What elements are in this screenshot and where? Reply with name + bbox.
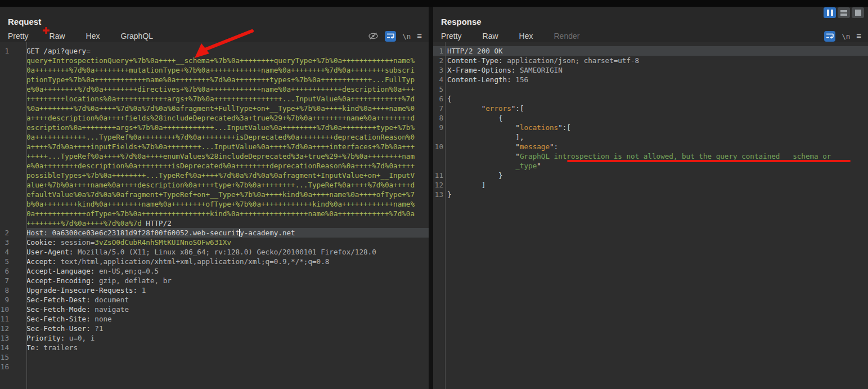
layout-columns-button[interactable] [824, 7, 836, 18]
response-panel: Response PrettyRawHexRender \n ≡ 1HTTP/2… [433, 7, 868, 389]
response-line-11: 11 } [433, 171, 868, 180]
request-line-11: 11Sec-Fetch-Site: none [0, 314, 429, 324]
tab-pretty[interactable]: Pretty [435, 30, 467, 42]
request-line-5: 5Accept: text/html,application/xhtml+xml… [0, 257, 429, 266]
response-toolbar: \n ≡ [824, 31, 868, 42]
request-line-10: 10Sec-Fetch-Mode: navigate [0, 305, 429, 314]
response-tabs: PrettyRawHexRender \n ≡ [433, 30, 868, 42]
word-wrap-icon[interactable] [385, 31, 396, 42]
response-line-2: 2Content-Type: application/json; charset… [433, 56, 868, 65]
response-line-3: 3X-Frame-Options: SAMEORIGIN [433, 65, 868, 75]
request-line-15: 15 [0, 352, 429, 362]
response-editor[interactable]: 1HTTP/2 200 OK2Content-Type: application… [433, 42, 868, 389]
response-line-8: 8 { [433, 113, 868, 123]
menu-icon[interactable]: ≡ [856, 33, 861, 39]
response-line-6: 6{ [433, 94, 868, 104]
request-editor[interactable]: 1GET /api?query=query+IntrospectionQuery… [0, 42, 429, 389]
newline-chars-icon[interactable]: \n [402, 32, 411, 41]
tab-graphql[interactable]: GraphQL [115, 30, 159, 42]
response-line-7: 7 "errors":[ [433, 104, 868, 113]
response-line-5: 5 [433, 84, 868, 94]
response-line-cont-12: _type" [433, 161, 868, 171]
single-layout-icon [855, 10, 861, 16]
response-line-cont-9: ], [433, 132, 868, 142]
request-line-4: 4User-Agent: Mozilla/5.0 (X11; Linux x86… [0, 247, 429, 257]
request-line-6: 6Accept-Language: en-US,en;q=0.5 [0, 266, 429, 276]
request-line-2: 2Host: 0a6300ce03e6c23181d9f28f00f60052.… [0, 228, 429, 238]
word-wrap-icon[interactable] [824, 31, 835, 42]
request-tabs: PrettyRawHexGraphQL [0, 30, 429, 42]
request-line-16: 16 [0, 362, 429, 372]
response-line-9: 9 "locations":[ [433, 123, 868, 132]
request-line-1: 1GET /api?query=query+IntrospectionQuery… [0, 46, 429, 228]
rows-layout-icon [840, 10, 847, 16]
gutter-separator [445, 42, 446, 389]
request-line-3: 3Cookie: session=3vZsO0dCubR4nhSMtKUINno… [0, 238, 429, 247]
response-line-1: 1HTTP/2 200 OK [433, 46, 868, 56]
tab-pretty[interactable]: Pretty [2, 30, 34, 42]
request-line-9: 9Sec-Fetch-Dest: document [0, 295, 429, 305]
tab-hex[interactable]: Hex [514, 30, 539, 42]
response-line-13: 13} [433, 190, 868, 199]
tab-raw[interactable]: Raw [477, 30, 504, 42]
layout-controls [824, 7, 864, 18]
burp-repeater-view: Request PrettyRawHexGraphQL [0, 0, 868, 389]
request-line-14: 14Te: trailers [0, 343, 429, 352]
response-title: Response [441, 17, 868, 26]
request-toolbar: \n ≡ [368, 31, 429, 42]
request-panel: Request PrettyRawHexGraphQL [0, 7, 429, 389]
response-line-10: 10 "message": [433, 142, 868, 151]
response-line-12: 12 ] [433, 180, 868, 190]
top-strip [0, 0, 868, 7]
tab-raw[interactable]: Raw [44, 30, 71, 42]
newline-chars-icon[interactable]: \n [842, 32, 850, 41]
tab-render: Render [548, 30, 586, 42]
tab-hex[interactable]: Hex [80, 30, 106, 42]
request-line-7: 7Accept-Encoding: gzip, deflate, br [0, 276, 429, 285]
response-line-4: 4Content-Length: 156 [433, 75, 868, 84]
layout-single-button[interactable] [852, 7, 864, 18]
eye-hidden-icon[interactable] [368, 32, 379, 41]
layout-rows-button[interactable] [838, 7, 850, 18]
gutter-separator [26, 42, 27, 389]
request-line-13: 13Priority: u=0, i [0, 333, 429, 343]
request-line-12: 12Sec-Fetch-User: ?1 [0, 324, 429, 333]
request-line-8: 8Upgrade-Insecure-Requests: 1 [0, 285, 429, 295]
request-title: Request [8, 17, 429, 26]
menu-icon[interactable]: ≡ [417, 33, 422, 39]
columns-layout-icon [827, 10, 833, 16]
response-line-cont-11: "GraphQL introspection is not allowed, b… [433, 151, 868, 161]
